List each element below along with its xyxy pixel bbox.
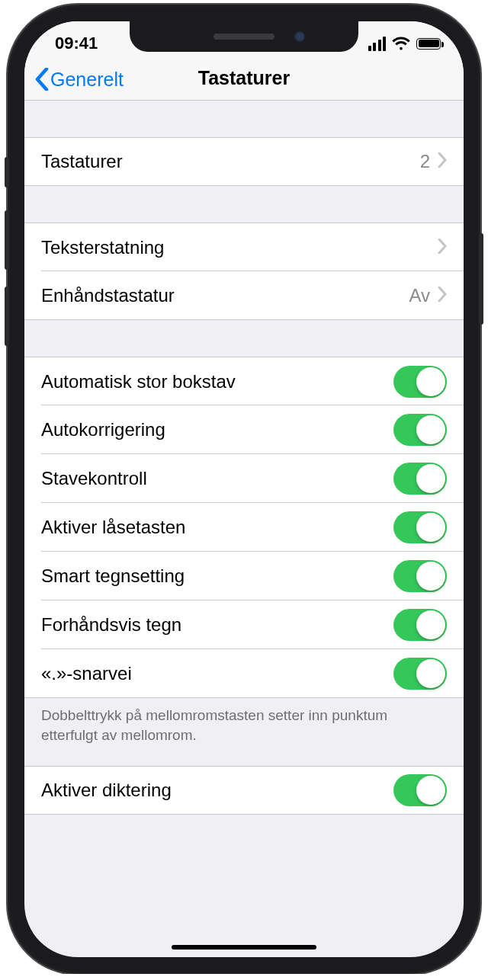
row-label: Automatisk stor bokstav [41,371,393,392]
back-button[interactable]: Generelt [35,68,124,91]
row-text-replacement[interactable]: Teksterstatning [24,223,464,271]
speaker-grille [214,34,274,40]
row-auto-correction: Autokorrigering [24,405,464,454]
toggle-check-spelling[interactable] [393,463,447,495]
content: Tastaturer 2 Teksterstatning Enhåndstast… [24,101,464,957]
back-label: Generelt [50,69,124,91]
screen: 09:41 Generelt Tastaturer Tastaturer [24,21,464,957]
mute-switch [5,157,9,187]
section-footer: Dobbelttrykk på mellomromstasten setter … [24,698,464,766]
row-label: Forhåndsvis tegn [41,614,393,636]
row-label: Tastaturer [41,151,420,172]
toggle-enable-caps-lock[interactable] [393,511,447,543]
toggle-enable-dictation[interactable] [393,774,447,806]
battery-icon [416,38,441,50]
home-indicator[interactable] [172,945,316,950]
row-label: Enhåndstastatur [41,285,409,306]
volume-down [5,287,9,346]
row-label: Autokorrigering [41,419,393,440]
row-enable-caps-lock: Aktiver låsetasten [24,503,464,552]
row-keyboards[interactable]: Tastaturer 2 [24,137,464,186]
row-label: Teksterstatning [41,237,438,258]
row-character-preview: Forhåndsvis tegn [24,600,464,649]
notch [130,21,358,52]
row-label: Stavekontroll [41,468,393,489]
volume-up [5,210,9,270]
chevron-right-icon [438,287,447,305]
status-time: 09:41 [55,34,98,53]
row-one-handed-keyboard[interactable]: Enhåndstastatur Av [24,271,464,320]
chevron-right-icon [438,152,447,171]
cellular-icon [368,37,387,51]
row-period-shortcut: «.»-snarvei [24,649,464,698]
toggle-smart-punctuation[interactable] [393,560,447,592]
row-label: Smart tegnsetting [41,565,393,587]
row-label: «.»-snarvei [41,663,393,684]
row-check-spelling: Stavekontroll [24,454,464,503]
row-auto-capitalization: Automatisk stor bokstav [24,357,464,405]
wifi-icon [392,37,410,50]
toggle-auto-capitalization[interactable] [393,366,447,398]
chevron-left-icon [35,68,49,91]
chevron-right-icon [438,239,447,257]
phone-frame: 09:41 Generelt Tastaturer Tastaturer [8,5,480,974]
keyboards-count: 2 [420,151,430,172]
row-label: Aktiver diktering [41,780,393,801]
toggle-character-preview[interactable] [393,609,447,641]
toggle-period-shortcut[interactable] [393,658,447,690]
row-label: Aktiver låsetasten [41,517,393,538]
one-handed-value: Av [409,285,430,306]
row-smart-punctuation: Smart tegnsetting [24,552,464,600]
front-camera [294,31,305,42]
power-button [479,233,483,325]
toggle-auto-correction[interactable] [393,414,447,446]
row-enable-dictation: Aktiver diktering [24,766,464,815]
